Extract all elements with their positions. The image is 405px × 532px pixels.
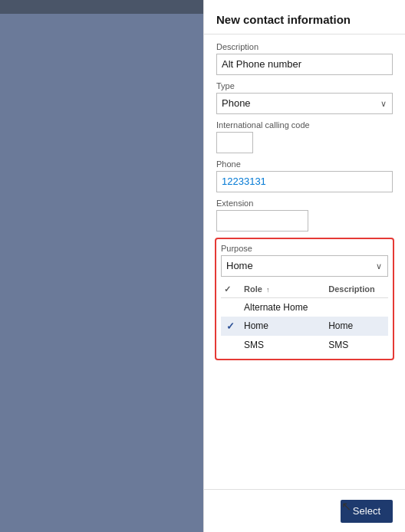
- table-row[interactable]: ✓ Home Home: [221, 317, 388, 336]
- phone-label: Phone: [216, 159, 393, 169]
- row-check-cell: [221, 336, 239, 354]
- row-role-cell: Home: [239, 317, 324, 336]
- extension-input[interactable]: [216, 210, 308, 232]
- right-panel: New contact information Description Type…: [203, 0, 405, 532]
- row-desc-cell: Home: [324, 317, 388, 336]
- checkmark-icon: ✓: [226, 320, 235, 332]
- type-field-group: Type Phone Email Fax Other: [216, 81, 393, 114]
- description-field-group: Description: [216, 42, 393, 75]
- row-desc-cell: SMS: [324, 336, 388, 354]
- phone-input[interactable]: [216, 171, 393, 192]
- form-title: New contact information: [216, 12, 393, 28]
- cursor-icon: ↖: [341, 499, 351, 514]
- left-panel-content: [0, 14, 203, 44]
- form-body: Description Type Phone Email Fax Other I…: [204, 34, 405, 490]
- table-description-header: Description: [324, 281, 388, 298]
- left-panel-top-bar: [0, 0, 203, 14]
- purpose-table: ✓ Role ↑ Description Alternate Home: [221, 281, 388, 354]
- purpose-label: Purpose: [221, 244, 388, 253]
- role-label: Role: [244, 284, 262, 294]
- phone-field-group: Phone: [216, 159, 393, 192]
- form-footer: ↖ Select: [204, 489, 405, 532]
- type-select[interactable]: Phone Email Fax Other: [216, 93, 393, 114]
- extension-label: Extension: [216, 199, 393, 208]
- row-role-cell: SMS: [239, 336, 324, 354]
- intl-code-input[interactable]: [216, 132, 253, 153]
- table-row[interactable]: Alternate Home: [221, 297, 388, 317]
- purpose-section: Purpose Home Business Mobile Other ✓ R: [215, 238, 394, 360]
- purpose-field-group: Purpose Home Business Mobile Other: [221, 244, 388, 277]
- left-panel: [0, 0, 203, 532]
- table-row[interactable]: SMS SMS: [221, 336, 388, 354]
- description-label: Description: [216, 42, 393, 51]
- intl-code-label: International calling code: [216, 120, 393, 130]
- table-check-header: ✓: [221, 281, 239, 298]
- sort-icon: ↑: [266, 286, 270, 294]
- description-input[interactable]: [216, 54, 393, 75]
- row-check-cell: ✓: [221, 317, 239, 336]
- row-desc-cell: [324, 297, 388, 317]
- purpose-select[interactable]: Home Business Mobile Other: [221, 255, 388, 277]
- row-check-cell: [221, 297, 239, 317]
- form-header: New contact information: [204, 0, 405, 34]
- extension-field-group: Extension: [216, 199, 393, 232]
- purpose-select-wrapper: Home Business Mobile Other: [221, 255, 388, 277]
- intl-code-field-group: International calling code: [216, 120, 393, 153]
- table-role-header[interactable]: Role ↑: [239, 281, 324, 298]
- row-role-cell: Alternate Home: [239, 297, 324, 317]
- type-select-wrapper: Phone Email Fax Other: [216, 93, 393, 114]
- type-label: Type: [216, 81, 393, 90]
